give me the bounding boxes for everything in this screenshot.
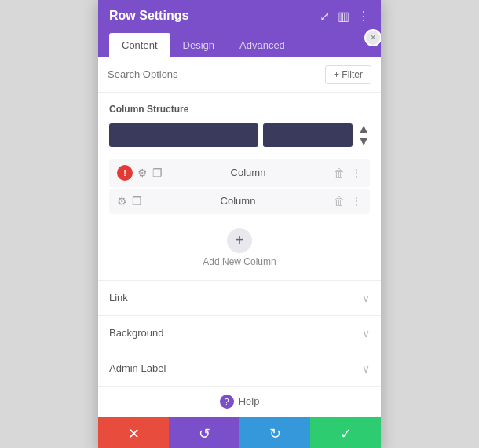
col2-actions: 🗑 ⋮ [334,195,362,207]
column-structure-title: Column Structure [109,104,370,115]
copy-icon-col2[interactable]: ❐ [132,195,142,207]
help-icon: ? [220,395,234,409]
gear-icon-col2[interactable]: ⚙ [117,195,127,207]
panel-header: Row Settings ⤢ ▥ ⋮ Content Design Advanc… [98,0,381,57]
save-icon: ✓ [340,425,352,442]
cancel-button[interactable]: ✕ [98,417,169,449]
cancel-icon: ✕ [128,425,140,442]
error-indicator: ! [117,165,133,181]
more-icon[interactable]: ⋮ [357,9,370,24]
accordion-admin-label[interactable]: Admin Label ∨ [98,351,381,386]
column-rows: ! ⚙ ❐ Column 🗑 ⋮ ⚙ ❐ Column [109,159,370,214]
search-bar: + Filter [98,57,381,93]
add-column-circle: + [227,228,252,253]
row-settings-panel: Row Settings ⤢ ▥ ⋮ Content Design Advanc… [98,0,381,448]
save-button[interactable]: ✓ [310,417,381,449]
chevron-down-icon: ∨ [362,292,370,304]
accordion-background-label: Background [109,327,163,339]
column-arrows[interactable]: ▲ ▼ [357,123,370,148]
add-column-label: Add New Column [203,256,276,267]
tab-design[interactable]: Design [170,33,227,57]
filter-button[interactable]: + Filter [325,65,371,84]
filter-button-label: + Filter [334,69,363,80]
column-row: ! ⚙ ❐ Column 🗑 ⋮ [109,159,370,187]
accordion-admin-label-label: Admin Label [109,362,166,374]
accordion-link[interactable]: Link ∨ [98,280,381,315]
column-label-1: Column [167,167,329,178]
accordion-link-label: Link [109,292,128,303]
more-icon-col1[interactable]: ⋮ [351,167,362,179]
col1-actions: 🗑 ⋮ [334,167,362,179]
columns-icon[interactable]: ▥ [338,9,349,24]
redo-icon: ↻ [269,425,281,442]
column-bar-1[interactable] [109,123,258,147]
close-button[interactable]: ✕ [364,29,381,46]
page-background: Row Settings ⤢ ▥ ⋮ Content Design Advanc… [0,0,479,448]
maximize-icon[interactable]: ⤢ [320,9,330,24]
close-icon: ✕ [370,33,376,42]
search-input[interactable] [108,68,319,80]
chevron-down-icon: ∨ [362,362,370,375]
redo-button[interactable]: ↻ [240,417,310,449]
chevron-down-icon: ∨ [362,327,370,340]
plus-icon: + [235,231,244,249]
column-row: ⚙ ❐ Column 🗑 ⋮ [109,189,370,214]
column-structure-bars: ▲ ▼ [109,123,370,148]
help-label: Help [239,395,260,407]
column-label-2: Column [147,195,329,207]
tab-advanced[interactable]: Advanced [227,33,298,57]
copy-icon-col1[interactable]: ❐ [152,167,163,179]
panel-header-icons: ⤢ ▥ ⋮ [320,9,370,24]
tab-bar: Content Design Advanced [109,33,370,57]
help-bar[interactable]: ? Help [98,386,381,417]
trash-icon-col1[interactable]: 🗑 [334,167,345,179]
add-new-column[interactable]: + Add New Column [109,218,370,274]
trash-icon-col2[interactable]: 🗑 [334,195,345,207]
more-icon-col2[interactable]: ⋮ [351,195,362,207]
undo-button[interactable]: ↺ [169,417,240,449]
column-bar-2[interactable] [263,123,353,147]
panel-body: + Filter Column Structure ▲ ▼ [98,57,381,417]
gear-icon-col1[interactable]: ⚙ [137,167,148,179]
undo-icon: ↺ [199,425,210,442]
column-structure-section: Column Structure ▲ ▼ ! ⚙ ❐ [98,93,381,280]
panel-title: Row Settings [109,9,188,23]
accordion-background[interactable]: Background ∨ [98,315,381,351]
panel-header-top: Row Settings ⤢ ▥ ⋮ [109,9,370,24]
panel-footer: ✕ ↺ ↻ ✓ [98,417,381,449]
tab-content[interactable]: Content [109,33,170,57]
